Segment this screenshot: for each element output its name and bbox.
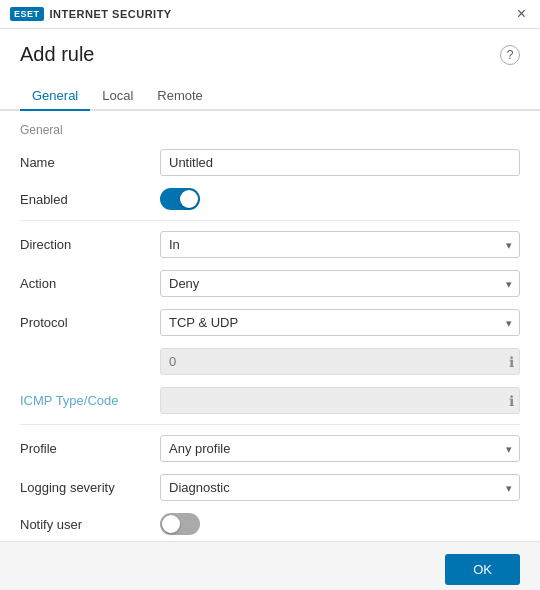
enabled-control-wrap	[160, 188, 520, 210]
icmp-input	[160, 387, 520, 414]
dialog-header: Add rule ?	[0, 29, 540, 66]
protocol-select-wrap: TCP & UDP TCP UDP ICMP Any ▾	[160, 309, 520, 336]
tab-local[interactable]: Local	[90, 82, 145, 111]
action-select-wrap: Deny Allow Ask ▾	[160, 270, 520, 297]
tabs-bar: General Local Remote	[0, 72, 540, 111]
protocol-label: Protocol	[20, 315, 160, 330]
dialog-content: General Name Enabled	[0, 111, 540, 541]
direction-select[interactable]: In Out Both	[160, 231, 520, 258]
profile-control-wrap: Any profile Home Work Public ▾	[160, 435, 520, 462]
logging-select-wrap: Diagnostic Informative Warning Error Cri…	[160, 474, 520, 501]
notify-row: Notify user	[20, 507, 520, 541]
port-control-wrap: ℹ	[160, 348, 520, 375]
dialog: Add rule ? General Local Remote General …	[0, 29, 540, 590]
logging-label: Logging severity	[20, 480, 160, 495]
tab-general[interactable]: General	[20, 82, 90, 111]
icmp-info-icon[interactable]: ℹ	[509, 393, 514, 409]
ok-button[interactable]: OK	[445, 554, 520, 585]
divider-1	[20, 220, 520, 221]
profile-select[interactable]: Any profile Home Work Public	[160, 435, 520, 462]
tab-remote[interactable]: Remote	[145, 82, 215, 111]
section-label-general: General	[20, 111, 520, 143]
direction-row: Direction In Out Both ▾	[20, 225, 520, 264]
enabled-toggle[interactable]	[160, 188, 200, 210]
action-label: Action	[20, 276, 160, 291]
notify-control-wrap	[160, 513, 520, 535]
logging-row: Logging severity Diagnostic Informative …	[20, 468, 520, 507]
enabled-label: Enabled	[20, 192, 160, 207]
enabled-toggle-wrap	[160, 188, 520, 210]
direction-label: Direction	[20, 237, 160, 252]
notify-toggle[interactable]	[160, 513, 200, 535]
name-input[interactable]	[160, 149, 520, 176]
protocol-row: Protocol TCP & UDP TCP UDP ICMP Any ▾	[20, 303, 520, 342]
port-input-wrap: ℹ	[160, 348, 520, 375]
protocol-control-wrap: TCP & UDP TCP UDP ICMP Any ▾	[160, 309, 520, 336]
icmp-row: ICMP Type/Code ℹ	[20, 381, 520, 420]
action-select[interactable]: Deny Allow Ask	[160, 270, 520, 297]
name-row: Name	[20, 143, 520, 182]
logging-control-wrap: Diagnostic Informative Warning Error Cri…	[160, 474, 520, 501]
notify-toggle-wrap	[160, 513, 520, 535]
icmp-control-wrap: ℹ	[160, 387, 520, 414]
direction-select-wrap: In Out Both ▾	[160, 231, 520, 258]
help-button[interactable]: ?	[500, 45, 520, 65]
divider-2	[20, 424, 520, 425]
notify-toggle-thumb	[162, 515, 180, 533]
port-info-icon[interactable]: ℹ	[509, 354, 514, 370]
dialog-footer: OK	[0, 541, 540, 590]
logging-select[interactable]: Diagnostic Informative Warning Error Cri…	[160, 474, 520, 501]
title-bar: ESET INTERNET SECURITY ×	[0, 0, 540, 29]
icmp-input-wrap: ℹ	[160, 387, 520, 414]
action-control-wrap: Deny Allow Ask ▾	[160, 270, 520, 297]
direction-control-wrap: In Out Both ▾	[160, 231, 520, 258]
eset-logo: ESET	[10, 7, 44, 21]
name-control-wrap	[160, 149, 520, 176]
profile-label: Profile	[20, 441, 160, 456]
enabled-row: Enabled	[20, 182, 520, 216]
dialog-title: Add rule	[20, 43, 95, 66]
protocol-select[interactable]: TCP & UDP TCP UDP ICMP Any	[160, 309, 520, 336]
app-title: INTERNET SECURITY	[50, 8, 172, 20]
close-button[interactable]: ×	[513, 6, 530, 22]
profile-select-wrap: Any profile Home Work Public ▾	[160, 435, 520, 462]
icmp-label: ICMP Type/Code	[20, 393, 160, 408]
title-bar-left: ESET INTERNET SECURITY	[10, 7, 172, 21]
notify-label: Notify user	[20, 517, 160, 532]
action-row: Action Deny Allow Ask ▾	[20, 264, 520, 303]
port-row: ℹ	[20, 342, 520, 381]
port-input	[160, 348, 520, 375]
name-label: Name	[20, 155, 160, 170]
enabled-toggle-thumb	[180, 190, 198, 208]
profile-row: Profile Any profile Home Work Public ▾	[20, 429, 520, 468]
